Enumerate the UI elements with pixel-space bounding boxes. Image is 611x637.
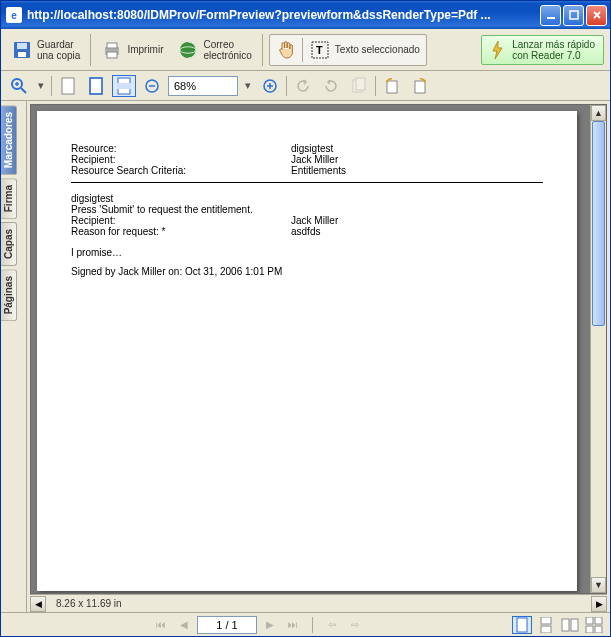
print-button[interactable]: Imprimir: [97, 37, 167, 63]
single-page-view-button[interactable]: [512, 616, 532, 634]
label-search-criteria: Resource Search Criteria:: [71, 165, 291, 176]
svg-rect-30: [517, 618, 527, 632]
page-navigation-bar: ⏮ ◀ 1 / 1 ▶ ⏭ ⇦ ⇨: [1, 612, 610, 636]
work-area: Marcadores Firma Capas Páginas ▶ Resourc…: [1, 101, 610, 612]
scroll-down-button[interactable]: ▼: [591, 577, 606, 593]
floppy-icon: [11, 39, 33, 61]
value-search-criteria: Entitlements: [291, 165, 543, 176]
svg-rect-4: [18, 52, 26, 57]
svg-rect-16: [62, 78, 74, 94]
svg-rect-34: [571, 619, 578, 631]
svg-rect-33: [562, 619, 569, 631]
toolbar-separator: [302, 38, 303, 62]
svg-rect-37: [586, 626, 593, 633]
continuous-facing-view-button[interactable]: [584, 616, 604, 634]
label-recipient: Recipient:: [71, 154, 291, 165]
window-titlebar: e http://localhost:8080/IDMProv/FormPrev…: [1, 1, 610, 29]
rotate-cw-button[interactable]: [408, 75, 432, 97]
redo-button[interactable]: [319, 75, 343, 97]
facing-view-button[interactable]: [560, 616, 580, 634]
print-label: Imprimir: [127, 44, 163, 55]
document-viewport: ▶ Resource: digsigtest Recipient: Jack M…: [30, 104, 607, 594]
page-blank-button[interactable]: [56, 75, 80, 97]
toolbar-separator: [262, 34, 263, 66]
copy-button[interactable]: [347, 75, 371, 97]
app-icon: e: [6, 7, 22, 23]
body-reason-label: Reason for request: *: [71, 226, 291, 237]
body-recipient-label: Recipient:: [71, 215, 291, 226]
scroll-track[interactable]: [591, 121, 606, 577]
svg-rect-32: [541, 626, 551, 633]
svg-rect-35: [586, 617, 593, 624]
svg-rect-3: [17, 43, 27, 49]
body-resource: digsigtest: [71, 193, 543, 204]
tab-bookmarks[interactable]: Marcadores: [1, 105, 17, 175]
side-panel-tabs: Marcadores Firma Capas Páginas: [1, 101, 27, 612]
pager-separator: [312, 617, 313, 633]
scroll-up-button[interactable]: ▲: [591, 105, 606, 121]
text-select-button[interactable]: T Texto seleccionado: [309, 39, 420, 61]
toolbar-separator: [375, 76, 376, 96]
bolt-icon: [490, 40, 504, 60]
nav-back-button[interactable]: ⇦: [322, 616, 342, 634]
maximize-button[interactable]: [563, 5, 584, 26]
svg-rect-0: [547, 17, 555, 19]
toolbar-separator: [286, 76, 287, 96]
body-instruction: Press 'Submit' to request the entitlemen…: [71, 204, 543, 215]
email-label-1: Correo: [203, 39, 251, 50]
zoom-out-button[interactable]: [140, 75, 164, 97]
pdf-page: Resource: digsigtest Recipient: Jack Mil…: [37, 111, 577, 591]
vertical-scrollbar[interactable]: ▲ ▼: [590, 105, 606, 593]
email-label-2: electrónico: [203, 50, 251, 61]
svg-rect-28: [387, 81, 397, 93]
document-scroll-area[interactable]: Resource: digsigtest Recipient: Jack Mil…: [31, 105, 590, 593]
toolbar-separator: [51, 76, 52, 96]
email-button[interactable]: Correo electrónico: [173, 37, 255, 63]
minimize-button[interactable]: [540, 5, 561, 26]
zoom-in-button[interactable]: [258, 75, 282, 97]
zoom-field-dropdown[interactable]: ▾: [242, 75, 254, 97]
svg-rect-6: [107, 43, 117, 48]
tab-pages[interactable]: Páginas: [1, 269, 17, 321]
next-page-button[interactable]: ▶: [260, 616, 280, 634]
toolbar-separator: [90, 34, 91, 66]
fit-page-button[interactable]: [112, 75, 136, 97]
text-select-icon: T: [309, 39, 331, 61]
divider-line: [71, 182, 543, 183]
hscroll-left-button[interactable]: ◀: [30, 596, 46, 612]
save-label-1: Guardar: [37, 39, 80, 50]
page-dimensions: 8.26 x 11.69 in: [46, 598, 132, 609]
last-page-button[interactable]: ⏭: [283, 616, 303, 634]
text-select-label: Texto seleccionado: [335, 44, 420, 55]
window-title: http://localhost:8080/IDMProv/FormPrevie…: [27, 8, 540, 22]
svg-line-13: [21, 88, 26, 93]
fit-width-button[interactable]: [84, 75, 108, 97]
close-button[interactable]: [586, 5, 607, 26]
svg-rect-1: [570, 11, 578, 19]
printer-icon: [101, 39, 123, 61]
undo-button[interactable]: [291, 75, 315, 97]
hscroll-right-button[interactable]: ▶: [591, 596, 607, 612]
nav-forward-button[interactable]: ⇨: [345, 616, 365, 634]
tab-signature[interactable]: Firma: [1, 178, 17, 219]
zoom-tool-button[interactable]: [7, 75, 31, 97]
hand-tool-button[interactable]: [276, 39, 296, 61]
launch-label-2: con Reader 7.0: [512, 50, 595, 61]
horizontal-scroll-row: ◀ 8.26 x 11.69 in ▶: [30, 594, 607, 612]
svg-text:T: T: [316, 44, 323, 56]
launch-faster-button[interactable]: Lanzar más rápido con Reader 7.0: [481, 35, 604, 65]
scroll-thumb[interactable]: [592, 121, 605, 326]
page-number-field[interactable]: 1 / 1: [197, 616, 257, 634]
page-number-value: 1 / 1: [216, 619, 237, 631]
rotate-ccw-button[interactable]: [380, 75, 404, 97]
tab-layers[interactable]: Capas: [1, 222, 17, 266]
save-copy-button[interactable]: Guardar una copia: [7, 37, 84, 63]
svg-rect-36: [595, 617, 602, 624]
prev-page-button[interactable]: ◀: [174, 616, 194, 634]
zoom-level-field[interactable]: 68%: [168, 76, 238, 96]
save-label-2: una copia: [37, 50, 80, 61]
zoom-value: 68%: [174, 80, 196, 92]
zoom-dropdown[interactable]: ▾: [35, 75, 47, 97]
continuous-view-button[interactable]: [536, 616, 556, 634]
first-page-button[interactable]: ⏮: [151, 616, 171, 634]
